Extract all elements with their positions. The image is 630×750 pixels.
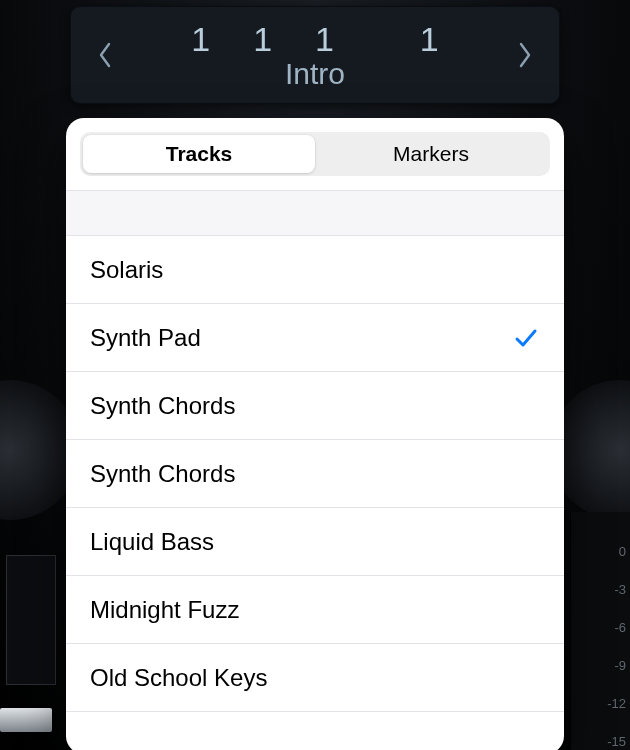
- track-name: Synth Pad: [90, 324, 201, 352]
- current-marker-name: Intro: [122, 57, 508, 91]
- meter-tick: 0: [596, 544, 626, 559]
- track-row[interactable]: Synth Chords: [66, 372, 564, 440]
- meter-tick: -15: [596, 734, 626, 749]
- track-name: Liquid Bass: [90, 528, 214, 556]
- track-name: Synth Chords: [90, 392, 235, 420]
- track-name: Midnight Fuzz: [90, 596, 239, 624]
- tab-markers[interactable]: Markers: [315, 135, 547, 173]
- meter-tick: -3: [596, 582, 626, 597]
- track-row[interactable]: Midnight Fuzz: [66, 576, 564, 644]
- chevron-left-icon: [98, 42, 112, 68]
- lcd-center[interactable]: 1 1 1 1 Intro: [122, 20, 508, 91]
- meter-tick: -6: [596, 620, 626, 635]
- track-row[interactable]: Synth Chords: [66, 440, 564, 508]
- track-list: SolarisSynth PadSynth ChordsSynth Chords…: [66, 236, 564, 712]
- pos-bar: 1: [191, 20, 210, 58]
- track-name: Synth Chords: [90, 460, 235, 488]
- playhead-position: 1 1 1 1: [122, 20, 508, 59]
- pos-div: 1: [315, 20, 334, 58]
- prev-marker-button[interactable]: [88, 30, 122, 80]
- checkmark-icon: [512, 324, 540, 352]
- track-row[interactable]: Old School Keys: [66, 644, 564, 712]
- chevron-right-icon: [518, 42, 532, 68]
- track-row[interactable]: Liquid Bass: [66, 508, 564, 576]
- track-name: Old School Keys: [90, 664, 267, 692]
- section-header-spacer: [66, 190, 564, 236]
- meter-tick: -9: [596, 658, 626, 673]
- next-marker-button[interactable]: [508, 30, 542, 80]
- tab-tracks[interactable]: Tracks: [83, 135, 315, 173]
- segmented-control: Tracks Markers: [80, 132, 550, 176]
- pos-beat: 1: [253, 20, 272, 58]
- track-row[interactable]: Synth Pad: [66, 304, 564, 372]
- meter-tick: -12: [596, 696, 626, 711]
- lcd-display: 1 1 1 1 Intro: [70, 6, 560, 104]
- level-meter: 0 -3 -6 -9 -12 -15: [570, 512, 630, 750]
- track-name: Solaris: [90, 256, 163, 284]
- pos-tick: 1: [420, 20, 439, 58]
- fader-track: [6, 555, 56, 685]
- fader-handle[interactable]: [0, 708, 52, 732]
- track-marker-popover: Tracks Markers SolarisSynth PadSynth Cho…: [66, 118, 564, 750]
- track-row[interactable]: Solaris: [66, 236, 564, 304]
